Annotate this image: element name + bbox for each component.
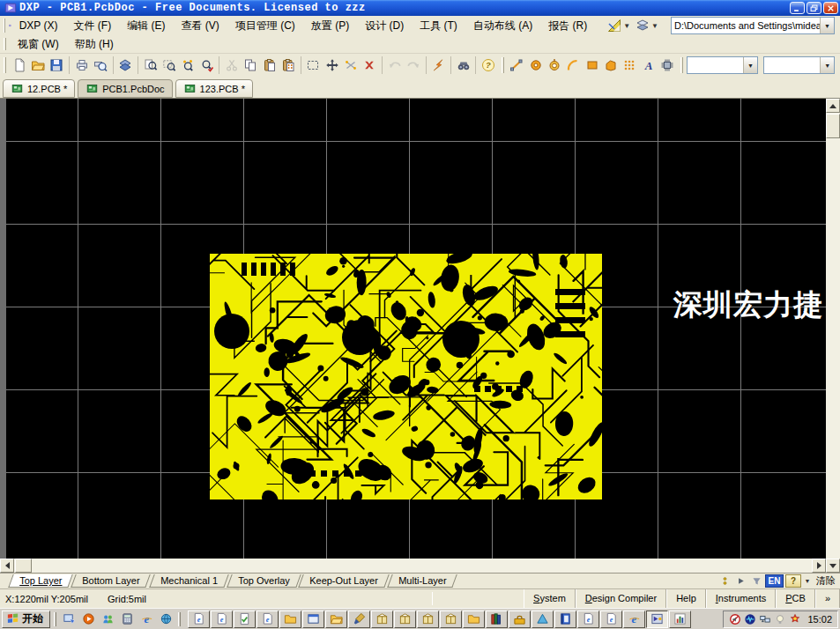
print-button[interactable] — [72, 56, 91, 75]
place-array-button[interactable] — [621, 56, 639, 75]
horizontal-scroll-thumb[interactable] — [15, 559, 32, 573]
move-button[interactable] — [323, 56, 341, 75]
horizontal-scrollbar[interactable] — [0, 559, 826, 573]
taskbar-task[interactable] — [394, 610, 416, 628]
taskbar-task[interactable] — [371, 610, 393, 628]
place-pad-button[interactable] — [526, 56, 545, 75]
zoom-filter-button[interactable] — [197, 56, 216, 75]
panel-instruments[interactable]: Instruments — [706, 589, 776, 608]
undo-button[interactable] — [385, 56, 404, 75]
taskbar-task[interactable] — [554, 610, 576, 628]
toolbar-grip[interactable] — [4, 57, 6, 73]
toolbar-grip[interactable] — [4, 18, 5, 32]
copy-button[interactable] — [242, 56, 260, 75]
panel-design-compiler[interactable]: Design Compiler — [576, 589, 666, 608]
panel-more[interactable]: » — [815, 589, 840, 608]
taskbar-task[interactable] — [279, 610, 301, 628]
language-indicator[interactable]: EN — [765, 574, 784, 588]
doc-tab-pcb1[interactable]: PCB1.PcbDoc — [78, 79, 172, 98]
minimize-button[interactable] — [790, 2, 805, 14]
layer-tab-keepout[interactable]: Keep-Out Layer — [299, 574, 390, 588]
place-string-button[interactable]: A — [639, 56, 658, 75]
combo-arrow-icon[interactable]: ▼ — [743, 57, 757, 73]
zoom-document-button[interactable] — [141, 56, 160, 75]
taskbar-task[interactable]: e — [188, 610, 210, 628]
menu-help[interactable]: 帮助 (H) — [67, 35, 122, 54]
taskbar-task[interactable] — [440, 610, 462, 628]
taskbar-task[interactable]: e — [600, 610, 622, 628]
language-help-button[interactable]: ? — [785, 574, 801, 588]
layer-tab-multilayer[interactable]: Multi-Layer — [387, 574, 457, 588]
mask-level-button[interactable] — [717, 574, 732, 588]
interactive-route-button[interactable] — [429, 56, 448, 75]
quicklaunch-media-player[interactable] — [79, 610, 97, 628]
menu-autoroute[interactable]: 自动布线 (A) — [465, 17, 540, 35]
paste-array-button[interactable] — [279, 56, 297, 75]
scroll-up-button[interactable] — [826, 99, 840, 113]
quicklaunch-show-desktop[interactable] — [60, 610, 78, 628]
menu-file[interactable]: 文件 (F) — [65, 17, 119, 35]
filter-button[interactable] — [749, 574, 763, 588]
place-arc-button[interactable] — [564, 56, 583, 75]
place-fill-button[interactable] — [583, 56, 601, 75]
pcb-editor-canvas[interactable]: 深圳宏力捷 — [0, 99, 826, 559]
layer-tool-button[interactable]: ▼ — [633, 17, 661, 34]
taskbar-task[interactable] — [669, 610, 691, 628]
taskbar-task[interactable] — [325, 610, 347, 628]
taskbar-task[interactable]: e — [623, 610, 645, 628]
combo-arrow-icon[interactable]: ▼ — [820, 18, 834, 33]
taskbar-task-active[interactable] — [646, 610, 668, 628]
menu-view[interactable]: 查看 (V) — [173, 17, 227, 35]
menu-edit[interactable]: 编辑 (E) — [119, 17, 173, 35]
mute-tray-icon[interactable] — [729, 613, 741, 625]
cut-button[interactable] — [222, 56, 241, 75]
menu-dxp[interactable]: DXP (X) — [11, 18, 66, 33]
network-tray-icon[interactable] — [759, 613, 771, 625]
menu-tools[interactable]: 工具 (T) — [412, 17, 465, 35]
taskbar-task[interactable] — [417, 610, 439, 628]
place-polygon-button[interactable] — [601, 56, 620, 75]
taskbar-task[interactable] — [234, 610, 256, 628]
taskbar-task[interactable] — [302, 610, 324, 628]
taskbar-grip[interactable] — [178, 612, 181, 626]
toolbar-grip[interactable] — [502, 57, 504, 73]
component-combobox[interactable]: ▼ — [687, 56, 758, 74]
save-button[interactable] — [48, 56, 66, 75]
toolbar-grip[interactable] — [4, 38, 6, 50]
quicklaunch-internet-explorer[interactable]: e — [138, 610, 155, 628]
combo-arrow-icon[interactable]: ▼ — [820, 57, 834, 73]
paste-button[interactable] — [260, 56, 279, 75]
find-button[interactable] — [454, 56, 472, 75]
quicklaunch-windows-update[interactable] — [157, 610, 175, 628]
vertical-scrollbar[interactable] — [826, 99, 840, 573]
measure-tool-button[interactable]: ▼ — [605, 17, 633, 34]
quicklaunch-calculator[interactable] — [118, 610, 136, 628]
layer-tab-mechanical[interactable]: Mechanical 1 — [149, 574, 228, 588]
clear-marks-button[interactable] — [361, 56, 379, 75]
place-via-button[interactable] — [545, 56, 563, 75]
zoom-area-button[interactable] — [160, 56, 178, 75]
alarm-tray-icon[interactable] — [789, 613, 801, 625]
layer-tab-top[interactable]: Top Layer — [8, 574, 73, 588]
taskbar-task[interactable]: e — [211, 610, 233, 628]
help-button[interactable]: ? — [479, 56, 497, 75]
pulse-tray-icon[interactable] — [744, 613, 756, 625]
redo-button[interactable] — [404, 56, 422, 75]
place-component-button[interactable] — [658, 56, 676, 75]
path-combobox[interactable]: D:\Documents and Settings\midea\桌面 ▼ — [671, 17, 835, 34]
toolbar-grip[interactable] — [680, 57, 683, 73]
place-line-button[interactable] — [508, 56, 526, 75]
bulb-tray-icon[interactable] — [774, 613, 786, 625]
quicklaunch-messenger[interactable] — [99, 610, 116, 628]
scroll-left-button[interactable] — [0, 559, 14, 573]
doc-tab-123pcb[interactable]: 123.PCB * — [175, 79, 253, 98]
clear-label[interactable]: 清除 — [814, 574, 838, 588]
animate-button[interactable] — [733, 574, 747, 588]
taskbar-task[interactable] — [348, 610, 370, 628]
taskbar-task[interactable] — [486, 610, 508, 628]
vertical-scroll-thumb[interactable] — [826, 114, 840, 138]
new-document-button[interactable] — [10, 56, 28, 75]
net-combobox[interactable]: ▼ — [763, 56, 835, 74]
panel-help[interactable]: Help — [666, 589, 706, 608]
panel-system[interactable]: System — [524, 589, 576, 608]
